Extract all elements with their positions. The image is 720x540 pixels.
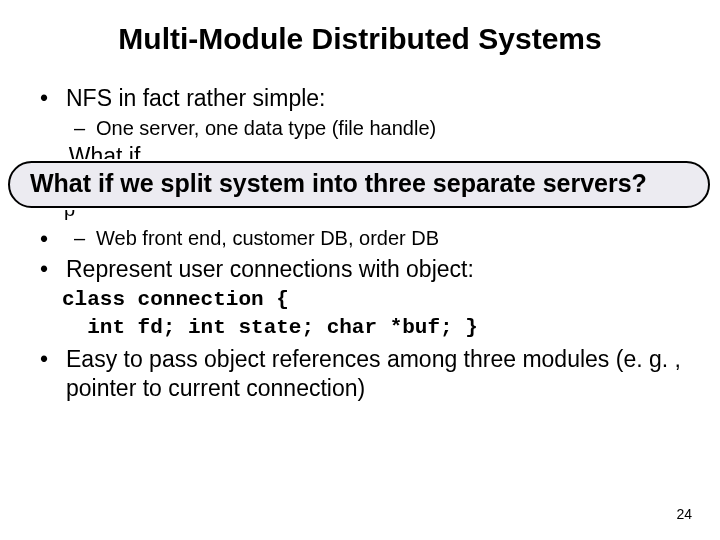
code-block: class connection { int fd; int state; ch… bbox=[62, 286, 690, 343]
bullet-text: NFS in fact rather simple: bbox=[66, 85, 325, 111]
bullet-text-3: Represent user connections with object: bbox=[66, 256, 474, 282]
page-number: 24 bbox=[676, 506, 692, 522]
sub-list-1: One server, one data type (file handle) bbox=[66, 115, 690, 141]
obscured-text-top: . What if bbox=[30, 145, 690, 159]
obscured-bullet-top: . What if bbox=[30, 145, 690, 159]
code-line-1: class connection { bbox=[62, 288, 289, 311]
sub-one-server: One server, one data type (file handle) bbox=[74, 115, 690, 141]
bullet-easy-pass: Easy to pass object references among thr… bbox=[40, 345, 690, 404]
callout-text: What if we split system into three separ… bbox=[30, 169, 647, 197]
bullet-list: NFS in fact rather simple: One server, o… bbox=[30, 84, 690, 141]
sub-list-2: Web front end, customer DB, order DB bbox=[66, 225, 690, 251]
bullet-list-3: Easy to pass object references among thr… bbox=[30, 345, 690, 404]
bullet-nfs-simple: NFS in fact rather simple: One server, o… bbox=[40, 84, 690, 141]
bullet-continuation: Web front end, customer DB, order DB bbox=[40, 225, 690, 251]
callout-box: What if we split system into three separ… bbox=[8, 161, 710, 207]
obscured-text-bottom: p bbox=[30, 210, 690, 221]
slide-title: Multi-Module Distributed Systems bbox=[30, 22, 690, 56]
bullet-represent-connections: Represent user connections with object: bbox=[40, 255, 690, 284]
sub-web-front-end: Web front end, customer DB, order DB bbox=[74, 225, 690, 251]
bullet-list-2: Web front end, customer DB, order DB Rep… bbox=[30, 225, 690, 284]
obscured-bullet-bottom: p bbox=[30, 210, 690, 225]
slide: Multi-Module Distributed Systems NFS in … bbox=[0, 0, 720, 540]
code-line-2: int fd; int state; char *buf; } bbox=[62, 316, 478, 339]
